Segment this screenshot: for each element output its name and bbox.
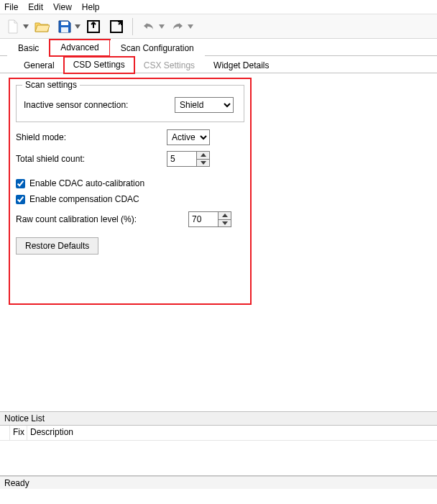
redo-dropdown[interactable] xyxy=(188,17,193,37)
tab-basic[interactable]: Basic xyxy=(7,40,50,56)
raw-count-input[interactable] xyxy=(189,212,218,226)
total-shield-count-spinner[interactable] xyxy=(167,151,210,167)
menu-bar: File Edit View Help xyxy=(0,0,437,14)
subtab-csd-settings[interactable]: CSD Settings xyxy=(64,57,134,73)
toolbar xyxy=(0,14,437,39)
scan-settings-group: Scan settings Inactive sensor connection… xyxy=(16,85,244,122)
spinner-down-icon[interactable] xyxy=(197,160,209,167)
notice-list-body: Fix Description xyxy=(0,426,437,476)
spinner-up-icon[interactable] xyxy=(197,152,209,160)
menu-file[interactable]: File xyxy=(4,2,18,12)
shield-mode-label: Shield mode: xyxy=(16,132,167,142)
raw-count-label: Raw count calibration level (%): xyxy=(16,214,188,224)
inactive-sensor-select[interactable]: Shield xyxy=(175,97,234,113)
status-bar: Ready xyxy=(0,476,437,489)
svg-rect-0 xyxy=(61,22,68,25)
export-icon[interactable] xyxy=(106,17,126,37)
cdac-auto-label: Enable CDAC auto-calibration xyxy=(29,178,144,188)
menu-edit[interactable]: Edit xyxy=(28,2,43,12)
save-dropdown[interactable] xyxy=(75,17,80,37)
new-file-dropdown[interactable] xyxy=(23,17,29,37)
redo-icon[interactable] xyxy=(167,17,188,37)
inactive-sensor-label: Inactive sensor connection: xyxy=(24,100,175,110)
notice-column-header: Fix Description xyxy=(0,426,437,441)
shield-mode-select[interactable]: Active xyxy=(167,129,210,145)
compensation-cdac-label: Enable compensation CDAC xyxy=(29,194,139,204)
total-shield-count-label: Total shield count: xyxy=(16,154,167,164)
notice-col-fix[interactable]: Fix xyxy=(10,426,27,440)
tab-advanced[interactable]: Advanced xyxy=(50,40,109,56)
restore-defaults-button[interactable]: Restore Defaults xyxy=(16,237,98,255)
subtab-csx-settings: CSX Settings xyxy=(134,58,204,73)
notice-col-description[interactable]: Description xyxy=(27,426,437,440)
spinner-down-icon[interactable] xyxy=(218,220,231,227)
subtab-general[interactable]: General xyxy=(14,58,64,73)
spinner-up-icon[interactable] xyxy=(218,212,231,220)
save-icon[interactable] xyxy=(55,17,75,37)
svg-rect-1 xyxy=(61,27,68,32)
import-icon[interactable] xyxy=(83,17,104,37)
cdac-auto-checkbox[interactable] xyxy=(16,179,25,188)
tab-scan-configuration[interactable]: Scan Configuration xyxy=(110,40,205,56)
scan-settings-title: Scan settings xyxy=(22,80,80,90)
total-shield-count-input[interactable] xyxy=(167,152,196,166)
compensation-cdac-checkbox[interactable] xyxy=(16,195,25,204)
highlighted-region: Scan settings Inactive sensor connection… xyxy=(9,78,252,305)
primary-tab-strip: Basic Advanced Scan Configuration xyxy=(0,39,437,56)
settings-panel: Scan settings Inactive sensor connection… xyxy=(0,73,437,411)
status-text: Ready xyxy=(4,478,29,488)
undo-dropdown[interactable] xyxy=(159,17,165,37)
menu-help[interactable]: Help xyxy=(82,2,100,12)
toolbar-separator xyxy=(132,18,133,35)
raw-count-spinner[interactable] xyxy=(188,211,231,227)
notice-col-marker xyxy=(0,426,10,440)
subtab-widget-details[interactable]: Widget Details xyxy=(204,58,278,73)
sub-tab-strip: General CSD Settings CSX Settings Widget… xyxy=(0,56,437,73)
new-file-icon[interactable] xyxy=(3,17,23,37)
notice-list-header: Notice List xyxy=(0,411,437,426)
undo-icon[interactable] xyxy=(139,17,159,37)
open-file-icon[interactable] xyxy=(32,17,52,37)
menu-view[interactable]: View xyxy=(53,2,72,12)
